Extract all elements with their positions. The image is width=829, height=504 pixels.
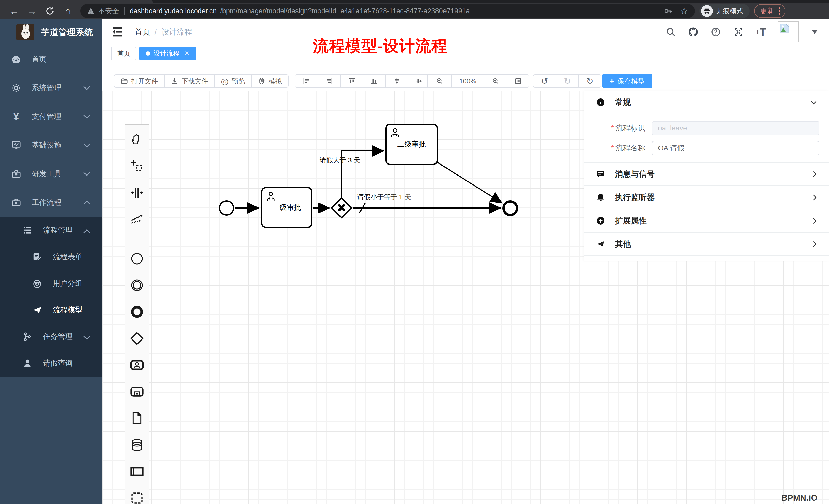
avatar-caret-icon[interactable] (812, 30, 818, 34)
security-label: 不安全 (98, 6, 119, 15)
bpmn-canvas[interactable]: 一级审批 二级审批 请假大于 3 天 请假小于等于 1 天 BPMN.iO i … (102, 91, 829, 504)
sidebar-item-workflow[interactable]: 工作流程 (0, 188, 102, 217)
tab-design-process[interactable]: 设计流程 ✕ (139, 47, 196, 60)
reload-icon[interactable] (43, 4, 57, 18)
undo-button[interactable]: ↺ (533, 75, 556, 87)
edge-label-lte1day[interactable]: 请假小于等于 1 天 (357, 193, 411, 202)
user-task-level1[interactable]: 一级审批 (261, 187, 312, 228)
sidebar-item-label: 流程模型 (53, 305, 82, 315)
user-task-level2[interactable]: 二级审批 (385, 124, 438, 165)
download-file-button[interactable]: 下载文件 (164, 75, 214, 87)
sidebar-item-process-mgmt[interactable]: 流程管理 (0, 217, 102, 243)
avatar[interactable] (778, 22, 799, 42)
browser-active-tab[interactable] (0, 0, 153, 3)
redo-button[interactable]: ↻ (556, 75, 578, 87)
browser-toolbar: ← → ⌂ 不安全 dashboard.yudao.iocoder.cn/bpm… (0, 3, 829, 20)
sidebar-item-task-mgmt[interactable]: 任务管理 (0, 323, 102, 350)
zoom-level[interactable]: 100% (452, 75, 483, 87)
message-icon (596, 169, 606, 179)
sidebar-item-label: 用户分组 (53, 278, 82, 288)
save-model-label: 保存模型 (617, 77, 645, 86)
zoom-out-button[interactable] (428, 75, 452, 87)
open-file-label: 打开文件 (131, 77, 158, 86)
process-name-input[interactable] (652, 141, 819, 155)
bookmark-star-icon[interactable]: ☆ (680, 6, 688, 16)
sidebar-item-devtools[interactable]: 研发工具 (0, 160, 102, 188)
refresh-icon: ↻ (586, 77, 594, 85)
end-event[interactable] (502, 200, 518, 216)
incognito-badge: 无痕模式 (699, 4, 750, 18)
start-event[interactable] (219, 200, 234, 216)
sidebar-item-payment[interactable]: ¥ 支付管理 (0, 102, 102, 131)
sidebar-item-home[interactable]: 首页 (0, 45, 102, 74)
form-icon (31, 251, 43, 263)
tab-home[interactable]: 首页 (111, 47, 136, 60)
edge-label-gt3days[interactable]: 请假大于 3 天 (320, 156, 360, 165)
app-logo-row[interactable]: 芋道管理系统 (0, 20, 102, 45)
sidebar-item-infra[interactable]: 基础设施 (0, 131, 102, 160)
password-key-icon[interactable] (663, 7, 672, 15)
fit-viewport-icon (514, 77, 522, 85)
github-icon[interactable] (688, 26, 699, 38)
search-icon[interactable] (665, 26, 676, 38)
forward-icon[interactable]: → (25, 4, 39, 18)
align-bottom-button[interactable] (363, 75, 385, 87)
sidebar-item-process-form[interactable]: 流程表单 (0, 243, 102, 270)
help-icon[interactable] (710, 26, 721, 38)
fit-viewport-button[interactable] (507, 75, 529, 87)
font-size-icon[interactable]: TT (755, 26, 766, 38)
active-dot-icon (146, 51, 150, 55)
address-bar[interactable]: 不安全 dashboard.yudao.iocoder.cn/bpm/manag… (80, 4, 695, 18)
chip-icon (258, 77, 265, 85)
simulate-label: 模拟 (268, 77, 282, 86)
update-button[interactable]: 更新 (754, 4, 786, 18)
required-asterisk: * (611, 144, 614, 152)
sidebar-item-system[interactable]: 系统管理 (0, 74, 102, 102)
zoom-in-button[interactable] (483, 75, 507, 87)
browser-menu-dots-icon[interactable] (778, 7, 780, 15)
fullscreen-icon[interactable] (733, 26, 744, 38)
open-file-button[interactable]: 打开文件 (114, 75, 164, 87)
align-right-button[interactable] (318, 75, 340, 87)
align-left-button[interactable] (295, 75, 318, 87)
chevron-right-icon (811, 194, 817, 200)
section-general[interactable]: i 常规 (584, 91, 829, 114)
breadcrumb-home[interactable]: 首页 (135, 27, 150, 37)
undo-icon: ↺ (541, 77, 548, 85)
chevron-right-icon (811, 218, 817, 224)
section-extended-attrs[interactable]: 扩展属性 (584, 209, 829, 233)
task-label: 一级审批 (273, 203, 301, 212)
sidebar-item-label: 工作流程 (32, 197, 62, 208)
back-icon[interactable]: ← (7, 4, 21, 18)
align-center-button[interactable] (385, 75, 408, 87)
top-navbar: 首页 / 设计流程 TT (102, 20, 829, 45)
home-icon[interactable]: ⌂ (61, 4, 75, 18)
sidebar-item-process-model[interactable]: 流程模型 (0, 297, 102, 323)
sidebar-item-label: 支付管理 (32, 112, 62, 122)
save-model-button[interactable]: + 保存模型 (602, 74, 652, 88)
section-title: 常规 (615, 97, 631, 108)
tab-label: 设计流程 (154, 49, 179, 57)
section-message-signal[interactable]: 消息与信号 (584, 163, 829, 186)
align-top-button[interactable] (340, 75, 363, 87)
download-file-label: 下载文件 (182, 77, 208, 86)
process-key-input[interactable] (652, 121, 819, 135)
not-secure-warning-icon (87, 7, 95, 14)
restart-button[interactable]: ↻ (578, 75, 601, 87)
dashboard-icon (10, 53, 22, 65)
sidebar-item-leave-query[interactable]: 请假查询 (0, 350, 102, 377)
preview-icon: ◎ (221, 77, 229, 85)
close-icon[interactable]: ✕ (184, 50, 189, 57)
incognito-label: 无痕模式 (716, 6, 744, 15)
redo-icon: ↻ (564, 77, 571, 85)
preview-button[interactable]: ◎ 预览 (214, 75, 251, 87)
bpmn-io-watermark[interactable]: BPMN.iO (781, 493, 818, 504)
sidebar-item-user-group[interactable]: 用户分组 (0, 270, 102, 297)
sidebar-item-label: 基础设施 (32, 140, 62, 150)
section-execution-listener[interactable]: 执行监听器 (584, 186, 829, 209)
menu-fold-icon[interactable] (112, 27, 122, 37)
flow-task2-to-end[interactable] (437, 162, 502, 203)
simulate-button[interactable]: 模拟 (251, 75, 288, 87)
section-other[interactable]: 其他 (584, 233, 829, 256)
exclusive-gateway-x-marker (334, 200, 349, 216)
